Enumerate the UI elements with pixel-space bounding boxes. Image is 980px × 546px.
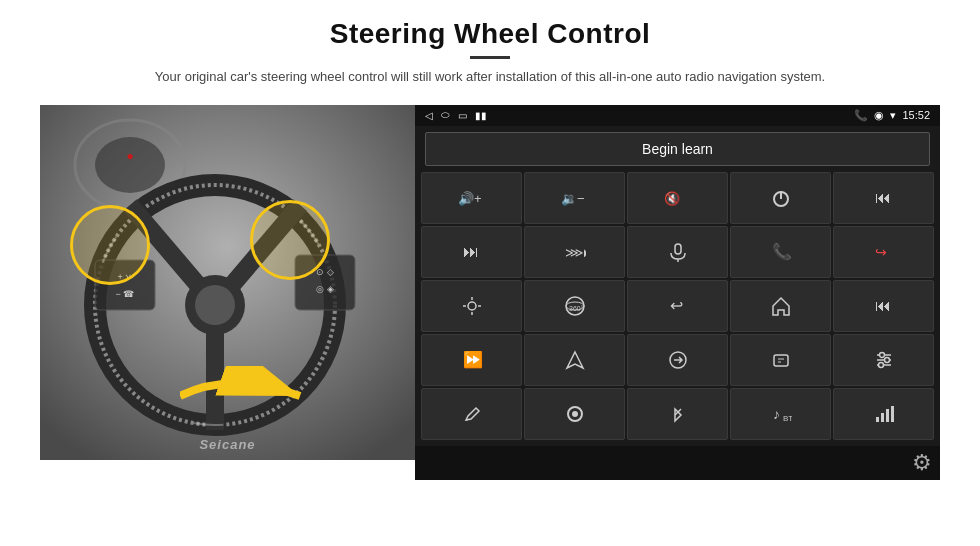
status-bar: ◁ ⬭ ▭ ▮▮ 📞 ◉ ▾ 15:52 — [415, 105, 940, 126]
svg-point-31 — [468, 302, 476, 310]
svg-point-52 — [878, 362, 883, 367]
vol-up-button[interactable]: 🔊+ — [421, 172, 522, 224]
svg-rect-60 — [886, 409, 889, 422]
control-panel: ◁ ⬭ ▭ ▮▮ 📞 ◉ ▾ 15:52 Begin learn 🔊+ — [415, 105, 940, 460]
vol-down-button[interactable]: 🔉− — [524, 172, 625, 224]
back-icon: ◁ — [425, 110, 433, 121]
fast-forward-button[interactable]: ⏩ — [421, 334, 522, 386]
title-section: Steering Wheel Control Your original car… — [155, 18, 825, 87]
page-container: Steering Wheel Control Your original car… — [0, 0, 980, 546]
svg-point-55 — [572, 411, 578, 417]
svg-text:360°: 360° — [569, 305, 584, 312]
svg-text:◎ ◈: ◎ ◈ — [316, 284, 334, 294]
svg-text:⏮: ⏮ — [875, 297, 891, 314]
svg-text:⏮: ⏮ — [875, 189, 891, 206]
phone-status-icon: 📞 — [854, 109, 868, 122]
pen-button[interactable] — [421, 388, 522, 440]
time-display: 15:52 — [902, 109, 930, 121]
page-title: Steering Wheel Control — [155, 18, 825, 50]
svg-text:↩: ↩ — [670, 297, 683, 314]
svg-text:♪: ♪ — [773, 406, 780, 422]
gear-icon[interactable]: ⚙ — [912, 450, 932, 476]
home-nav-button[interactable] — [730, 280, 831, 332]
svg-marker-42 — [567, 352, 583, 368]
svg-text:🔊+: 🔊+ — [458, 190, 482, 207]
mute-button[interactable]: 🔇 — [627, 172, 728, 224]
bluetooth-button[interactable] — [627, 388, 728, 440]
title-divider — [470, 56, 510, 59]
mic-button[interactable] — [627, 226, 728, 278]
arrow-wrap — [180, 366, 310, 430]
svg-point-48 — [879, 352, 884, 357]
swap-button[interactable] — [627, 334, 728, 386]
watermark: Seicane — [199, 437, 255, 452]
music-button[interactable]: ♪ BT — [730, 388, 831, 440]
status-left: ◁ ⬭ ▭ ▮▮ — [425, 109, 487, 121]
highlight-circle-right — [250, 200, 330, 280]
phone-answer-button[interactable]: 📞 — [730, 226, 831, 278]
power2-button[interactable] — [524, 388, 625, 440]
navigate-button[interactable] — [524, 334, 625, 386]
highlight-circle-left — [70, 205, 150, 285]
controls-grid: 🔊+ 🔉− 🔇 ⏮ — [415, 172, 940, 446]
phone-hangup-button[interactable]: ↪ — [833, 226, 934, 278]
next-skip-button[interactable]: ⏭ — [421, 226, 522, 278]
begin-learn-button[interactable]: Begin learn — [425, 132, 930, 166]
svg-text:⊙ ◇: ⊙ ◇ — [316, 267, 334, 277]
svg-rect-61 — [891, 406, 894, 422]
svg-text:↪: ↪ — [875, 244, 887, 260]
svg-text:🔉−: 🔉− — [561, 190, 585, 207]
wifi-status-icon: ▾ — [890, 109, 896, 122]
square-icon: ▭ — [458, 110, 467, 121]
bars-button[interactable] — [833, 388, 934, 440]
rewind2-button[interactable]: ⏮ — [833, 280, 934, 332]
svg-text:●: ● — [126, 149, 133, 163]
brightness-button[interactable] — [421, 280, 522, 332]
status-right: 📞 ◉ ▾ 15:52 — [854, 109, 930, 122]
home-icon: ⬭ — [441, 109, 450, 121]
location-icon: ◉ — [874, 109, 884, 122]
svg-text:BT: BT — [783, 414, 792, 423]
svg-text:⏩: ⏩ — [463, 350, 483, 369]
svg-rect-27 — [675, 244, 681, 254]
svg-rect-44 — [774, 355, 788, 366]
photo-area: ● + ⋎ − ☎ ⊙ ◇ ◎ ◈ — [40, 105, 415, 460]
signal-icon: ▮▮ — [475, 110, 487, 121]
svg-text:📞: 📞 — [772, 242, 792, 261]
svg-point-10 — [195, 285, 235, 325]
svg-rect-58 — [876, 417, 879, 422]
svg-point-2 — [95, 137, 165, 193]
svg-point-50 — [884, 357, 889, 362]
svg-text:⏭: ⏭ — [463, 243, 479, 260]
360-view-button[interactable]: 360° — [524, 280, 625, 332]
prev-track-button[interactable]: ⏮ — [833, 172, 934, 224]
power-button[interactable] — [730, 172, 831, 224]
bottom-bar: ⚙ — [415, 446, 940, 480]
svg-text:⋙⏭: ⋙⏭ — [565, 245, 586, 260]
back-nav-button[interactable]: ↩ — [627, 280, 728, 332]
subtitle: Your original car's steering wheel contr… — [155, 67, 825, 87]
content-area: ● + ⋎ − ☎ ⊙ ◇ ◎ ◈ — [40, 105, 940, 460]
record-button[interactable] — [730, 334, 831, 386]
svg-text:−  ☎: − ☎ — [116, 289, 135, 299]
svg-text:🔇: 🔇 — [664, 190, 681, 207]
next-skip2-button[interactable]: ⋙⏭ — [524, 226, 625, 278]
svg-rect-59 — [881, 413, 884, 422]
equalizer-button[interactable] — [833, 334, 934, 386]
